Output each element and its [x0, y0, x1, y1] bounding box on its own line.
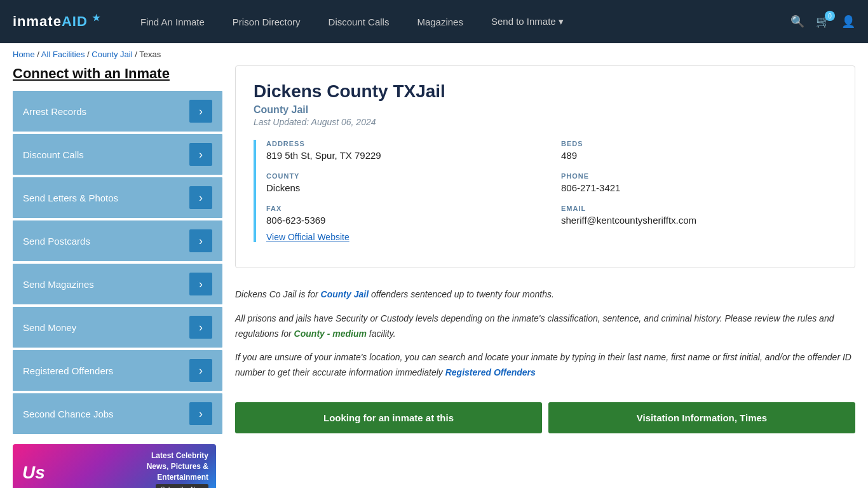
ad-subscribe-button[interactable]: Subscribe Now [156, 484, 208, 488]
phone-value: 806-271-3421 [561, 182, 837, 193]
sidebar-ad[interactable]: Us Latest Celebrity News, Pictures & Ent… [13, 444, 216, 488]
sidebar-item-send-magazines[interactable]: Send Magazines › [13, 264, 222, 304]
email-field: EMAIL sheriff@kentcountysherifftx.com [561, 205, 837, 226]
fax-label: FAX [266, 205, 542, 212]
user-icon: 👤 [841, 15, 855, 29]
phone-field: PHONE 806-271-3421 [561, 172, 837, 193]
sidebar-item-label: Second Chance Jobs [23, 409, 114, 419]
sidebar: Connect with an Inmate Arrest Records › … [13, 65, 222, 488]
sidebar-item-label: Registered Offenders [23, 365, 113, 376]
nav-prison-directory[interactable]: Prison Directory [219, 0, 315, 43]
nav-magazines[interactable]: Magazines [403, 0, 477, 43]
breadcrumb-home[interactable]: Home [13, 50, 35, 59]
fax-field: FAX 806-623-5369 [266, 205, 542, 226]
sidebar-item-label: Discount Calls [23, 149, 84, 160]
sidebar-item-registered-offenders[interactable]: Registered Offenders › [13, 350, 222, 391]
facility-card: Dickens County TXJail County Jail Last U… [235, 65, 855, 268]
cart-button[interactable]: 🛒 0 [816, 15, 830, 29]
logo[interactable]: inmateAID ★ [13, 13, 101, 30]
sidebar-item-label: Send Postcards [23, 236, 90, 247]
facility-type: County Jail [254, 104, 837, 116]
beds-value: 489 [561, 150, 837, 161]
visitation-info-button[interactable]: Visitation Information, Times [548, 402, 855, 433]
sidebar-item-send-postcards[interactable]: Send Postcards › [13, 220, 222, 261]
county-field: COUNTY Dickens [266, 172, 542, 193]
main-layout: Connect with an Inmate Arrest Records › … [0, 65, 868, 488]
chevron-right-icon: › [189, 359, 212, 382]
looking-for-inmate-button[interactable]: Looking for an inmate at this [235, 402, 542, 433]
nav-icons: 🔍 🛒 0 👤 [790, 15, 855, 29]
chevron-right-icon: › [189, 186, 212, 209]
account-button[interactable]: 👤 [841, 15, 855, 29]
registered-offenders-link[interactable]: Registered Offenders [445, 367, 536, 377]
description-para-1: Dickens Co Jail is for County Jail offen… [235, 287, 855, 302]
nav-find-an-inmate[interactable]: Find An Inmate [126, 0, 219, 43]
sidebar-item-label: Send Magazines [23, 279, 94, 290]
nav-discount-calls[interactable]: Discount Calls [315, 0, 403, 43]
county-jail-link-1[interactable]: County Jail [321, 289, 369, 299]
address-field: ADDRESS 819 5th St, Spur, TX 79229 [266, 140, 542, 161]
search-icon: 🔍 [790, 15, 804, 29]
description-para-2: All prisons and jails have Security or C… [235, 311, 855, 342]
sidebar-item-label: Send Letters & Photos [23, 193, 118, 203]
chevron-right-icon: › [189, 273, 212, 295]
sidebar-menu: Arrest Records › Discount Calls › Send L… [13, 91, 222, 434]
sidebar-item-label: Arrest Records [23, 106, 86, 117]
view-website-link[interactable]: View Official Website [266, 232, 349, 242]
sidebar-item-send-money[interactable]: Send Money › [13, 307, 222, 348]
chevron-right-icon: › [189, 143, 212, 166]
sidebar-item-arrest-records[interactable]: Arrest Records › [13, 91, 222, 132]
chevron-right-icon: › [189, 316, 212, 339]
main-content: Dickens County TXJail County Jail Last U… [235, 65, 855, 488]
sidebar-item-discount-calls[interactable]: Discount Calls › [13, 134, 222, 175]
fax-value: 806-623-5369 [266, 215, 542, 226]
nav-send-to-inmate[interactable]: Send to Inmate ▾ [477, 0, 578, 43]
navbar: inmateAID ★ Find An Inmate Prison Direct… [0, 0, 868, 43]
beds-label: BEDS [561, 140, 837, 147]
breadcrumb-county-jail[interactable]: County Jail [92, 50, 132, 59]
beds-field: BEDS 489 [561, 140, 837, 161]
sidebar-title: Connect with an Inmate [13, 65, 222, 82]
cart-badge: 0 [825, 11, 835, 21]
info-grid: ADDRESS 819 5th St, Spur, TX 79229 BEDS … [266, 140, 837, 226]
sidebar-item-second-chance-jobs[interactable]: Second Chance Jobs › [13, 393, 222, 434]
search-button[interactable]: 🔍 [790, 15, 804, 29]
breadcrumb-all-facilities[interactable]: All Facilities [41, 50, 85, 59]
logo-text: inmateAID ★ [13, 13, 101, 30]
email-value: sheriff@kentcountysherifftx.com [561, 215, 837, 226]
ad-text: Latest Celebrity News, Pictures & Entert… [147, 451, 208, 482]
description-para-3: If you are unsure of your inmate's locat… [235, 350, 855, 381]
facility-info: ADDRESS 819 5th St, Spur, TX 79229 BEDS … [254, 140, 837, 242]
facility-updated: Last Updated: August 06, 2024 [254, 117, 837, 127]
chevron-right-icon: › [189, 100, 212, 123]
description-area: Dickens Co Jail is for County Jail offen… [235, 281, 855, 396]
nav-links: Find An Inmate Prison Directory Discount… [126, 0, 790, 43]
breadcrumb-texas: Texas [139, 50, 161, 59]
email-label: EMAIL [561, 205, 837, 212]
county-medium-link[interactable]: County - medium [294, 329, 367, 339]
phone-label: PHONE [561, 172, 837, 180]
bottom-buttons: Looking for an inmate at this Visitation… [235, 402, 855, 433]
sidebar-item-send-letters[interactable]: Send Letters & Photos › [13, 177, 222, 218]
county-label: COUNTY [266, 172, 542, 180]
address-value: 819 5th St, Spur, TX 79229 [266, 150, 542, 161]
chevron-right-icon: › [189, 402, 212, 425]
address-label: ADDRESS [266, 140, 542, 147]
ad-logo: Us [22, 463, 45, 483]
county-value: Dickens [266, 182, 542, 193]
sidebar-item-label: Send Money [23, 322, 76, 333]
facility-title: Dickens County TXJail [254, 81, 837, 102]
chevron-right-icon: › [189, 229, 212, 252]
breadcrumb: Home / All Facilities / County Jail / Te… [0, 43, 868, 65]
